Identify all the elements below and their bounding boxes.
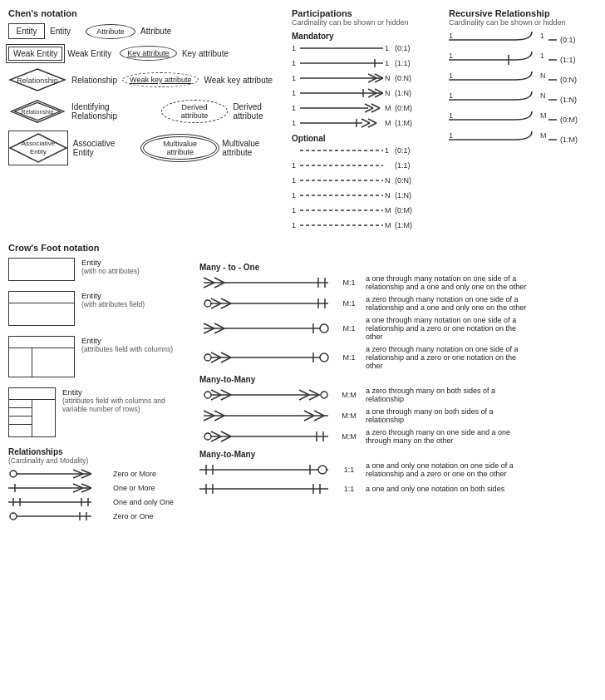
cf-entity-attr-label: Entity (81, 291, 145, 300)
recursive-title: Recursive Relationship (449, 8, 597, 18)
svg-text:M: M (540, 111, 547, 120)
part-row-0M: 1 M (0:M) (292, 102, 445, 114)
cf-entity-cols (8, 336, 75, 377)
rec-line-0N: 1 N (449, 71, 557, 88)
cf-entity-simple-sublabel: (with no attributes) (81, 267, 140, 275)
opt-line-0M (300, 205, 383, 216)
crows-relationships: Many - to - One M:1 a one through many n… (199, 258, 597, 525)
m1-line1 (199, 276, 332, 289)
key-attr-label: Key attribute (182, 49, 229, 58)
participations-subtitle: Cardinality can be shown or hidden (292, 18, 445, 27)
rec-row-01: 1 1 (0:1) (449, 32, 597, 48)
svg-line-124 (304, 416, 314, 421)
mandatory-title: Mandatory (292, 32, 445, 41)
svg-text:N: N (540, 91, 546, 100)
cf-zero-or-more-label: Zero or More (113, 470, 156, 478)
svg-line-121 (214, 411, 224, 416)
derived-attr-shape: Derived attribute (161, 100, 229, 123)
part-line-1M (300, 117, 383, 129)
svg-line-116 (309, 390, 319, 395)
svg-text:1: 1 (449, 91, 453, 100)
mm-line2 (199, 409, 332, 422)
svg-line-81 (214, 283, 224, 288)
key-attr-shape: Key attribute (120, 46, 177, 61)
opt-row-0M: 1 M (0:M) (292, 205, 445, 216)
mm-row1: M:M a zero through many on both sides of… (199, 387, 597, 403)
m1-desc1: a one through many notation on one side … (366, 274, 532, 291)
part-line-01 (300, 42, 383, 54)
identifying-rel-shape: Relationship (8, 99, 66, 124)
svg-line-110 (211, 395, 221, 400)
mm-desc1: a zero through many on both sides of a r… (366, 387, 532, 403)
svg-line-112 (221, 395, 231, 400)
opt-row-01: 1 (0:1) (292, 145, 445, 156)
chen-title: Chen's notation (8, 8, 292, 18)
mm-line1 (199, 388, 332, 402)
opt-line-11 (300, 160, 383, 171)
entity-label: Entity (50, 27, 71, 36)
part-line-0N (300, 72, 383, 84)
m1-line2 (199, 297, 332, 310)
svg-text:1: 1 (540, 32, 544, 40)
svg-line-125 (314, 411, 324, 416)
rec-row-11: 1 1 (1:1) (449, 52, 597, 68)
m1-notation2: M:1 (337, 299, 361, 308)
many-to-one-title: Many - to - One (199, 263, 597, 272)
cf-entity-attr (8, 291, 75, 326)
cf-zero-or-more-icon (8, 468, 108, 480)
svg-line-119 (204, 411, 214, 416)
11-desc1: a one and only one notation on one side … (366, 461, 532, 478)
attribute-label: Attribute (140, 27, 171, 36)
rec-line-11: 1 1 (449, 52, 557, 68)
svg-line-95 (214, 323, 224, 328)
11-line2 (199, 482, 332, 495)
cf-one-only-icon (8, 496, 108, 508)
cf-one-or-more-row: One or More (8, 482, 191, 494)
part-row-11: 1 1 (1:1) (292, 57, 445, 69)
svg-line-87 (211, 303, 221, 308)
m1-line4 (199, 351, 332, 364)
cf-one-or-more-icon (8, 482, 108, 494)
part-line-0M (300, 102, 383, 114)
cf-zero-or-more-row: Zero or More (8, 468, 191, 480)
cf-entity-varrows-sublabel: (attributes field with columns and varia… (62, 397, 191, 413)
opt-row-1N: 1 N (1:N) (292, 190, 445, 201)
svg-line-117 (309, 395, 319, 400)
mm-row3: M:M a zero through many on one side and … (199, 428, 597, 445)
11-notation1: 1:1 (337, 466, 361, 474)
svg-line-123 (304, 411, 314, 416)
part-row-1N: 1 N (1:N) (292, 87, 445, 99)
weak-entity-label: Weak Entity (67, 49, 111, 58)
m1-row1: M:1 a one through many notation on one s… (199, 274, 597, 291)
svg-line-129 (211, 431, 221, 436)
recursive-section: Recursive Relationship Cardinality can b… (449, 8, 597, 234)
m1-desc3: a one through many notation on one side … (366, 316, 532, 341)
mm-notation3: M:M (337, 432, 361, 441)
crows-title: Crow's Foot notation (8, 243, 597, 253)
weak-key-attr-label: Weak key attribute (204, 76, 273, 85)
cf-one-only-label: One and only One (113, 498, 174, 506)
associative-entity-label: Associative Entity (73, 139, 138, 157)
opt-row-1M: 1 M (1:M) (292, 219, 445, 231)
m1-notation1: M:1 (337, 279, 361, 287)
svg-line-111 (221, 390, 231, 395)
weak-key-attr-shape: Weak key attribute (122, 72, 199, 87)
svg-point-56 (10, 471, 17, 477)
identifying-rel-label: Identifying Relationship (71, 102, 155, 121)
cf-entity-cols-sublabel: (attributes field with columns) (81, 345, 173, 353)
relationship-shape: Relationship (8, 67, 66, 92)
mm-notation2: M:M (337, 412, 361, 420)
cf-one-only-row: One and only One (8, 496, 191, 508)
svg-text:Relationship: Relationship (17, 76, 58, 85)
associative-entity-shape: AssociativeEntity (8, 131, 68, 165)
svg-line-101 (211, 352, 221, 357)
participations-title: Participations (292, 8, 445, 18)
recursive-subtitle: Cardinality can be shown or hidden (449, 18, 597, 27)
part-row-01: 1 1 (0:1) (292, 42, 445, 54)
svg-text:1: 1 (449, 32, 453, 40)
svg-point-127 (204, 433, 211, 440)
m1-notation4: M:1 (337, 353, 361, 362)
opt-line-01 (300, 145, 383, 156)
cf-entity-simple-label: Entity (81, 258, 140, 267)
11-line1 (199, 463, 332, 476)
